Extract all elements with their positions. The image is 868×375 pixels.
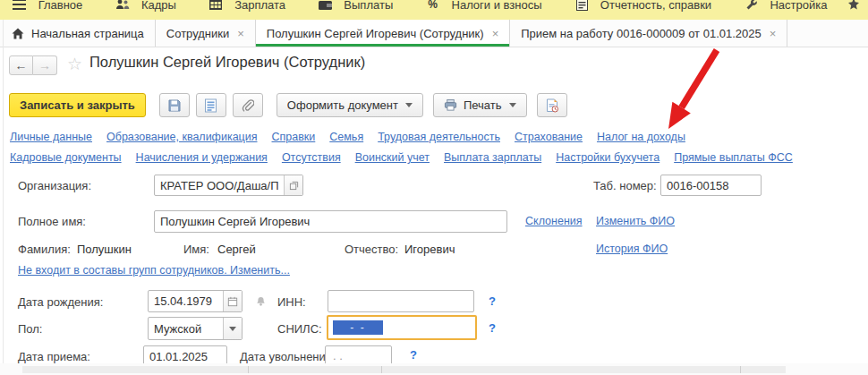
bottom-clipped-panel [0,363,868,375]
tab-hiring-document[interactable]: Прием на работу 0016-000009 от 01.01.202… [510,20,787,47]
tab-number-field[interactable] [660,175,762,196]
link-salary-payment[interactable]: Выплата зарплаты [444,151,541,164]
snils-selected-text: - - [333,320,383,335]
name-label: Имя: [183,243,209,256]
inn-label: ИНН: [277,295,306,309]
tab-label: Начальная страница [31,27,144,40]
menu-item-main[interactable]: Главное [35,0,87,12]
tab-bar: Начальная страница Сотрудники × Полушкин… [0,20,868,47]
star-icon[interactable] [847,0,861,12]
birth-date-field[interactable] [148,290,243,312]
section-links-row-1: Личные данные Образование, квалификация … [10,131,685,143]
link-direct-fss-payments[interactable]: Прямые выплаты ФСС [674,151,793,164]
link-certificates[interactable]: Справки [272,131,316,143]
chevron-down-icon [405,103,413,107]
link-accounting-settings[interactable]: Настройки бухучета [556,151,660,164]
menu-item-salary[interactable]: Зарплата [231,0,289,12]
full-name-label: Полное имя: [18,215,86,228]
calendar-icon[interactable] [223,291,242,311]
link-personal-data[interactable]: Личные данные [10,131,92,143]
tab-employee-card[interactable]: Полушкин Сергей Игоревич (Сотрудник) × [256,20,510,47]
menu-item-payments[interactable]: Выплаты [340,0,396,12]
employee-card-window: Главное Кадры Зарплата Выплаты % Налоги … [0,0,868,375]
full-name-input[interactable] [155,211,506,232]
toolbar: Записать и закрыть Оформить документ [9,93,567,117]
link-insurance[interactable]: Страхование [515,131,583,143]
link-military-record[interactable]: Воинский учет [355,151,430,164]
reread-button[interactable] [196,93,226,117]
close-icon[interactable]: × [237,27,244,40]
floppy-icon [167,98,182,113]
menu-item-reports[interactable]: Отчетность, справки [597,0,715,12]
snils-field[interactable]: - - [327,315,477,340]
table-icon [209,0,224,12]
link-work-activity[interactable]: Трудовая деятельность [378,131,500,143]
tab-employees[interactable]: Сотрудники × [156,20,256,47]
print-button[interactable]: Печать [433,93,527,117]
close-icon[interactable]: × [492,27,499,40]
gender-input[interactable] [149,318,223,339]
window-left-edge [3,20,4,363]
red-annotation-arrow [658,47,728,136]
tab-label: Полушкин Сергей Игоревич (Сотрудник) [267,27,484,40]
gender-select[interactable] [148,317,243,340]
snils-label: СНИЛС: [277,322,322,336]
link-absences[interactable]: Отсутствия [282,151,341,164]
change-history-button[interactable] [537,93,567,117]
patronymic-label: Отчество: [345,243,398,256]
save-and-close-button[interactable]: Записать и закрыть [9,93,146,117]
home-icon [11,26,25,40]
declension-link[interactable]: Склонения [525,215,583,227]
employee-groups-link[interactable]: Не входит в составы групп сотрудников. И… [18,264,290,277]
name-value: Сергей [217,243,256,256]
link-family[interactable]: Семья [329,131,363,143]
link-education[interactable]: Образование, квалификация [106,131,258,143]
inn-help-icon[interactable]: ? [489,294,496,308]
menu-item-taxes[interactable]: Налоги и взносы [448,0,546,12]
forward-button[interactable]: → [33,55,57,75]
inn-input[interactable] [328,291,473,311]
wrench-icon [745,0,759,12]
open-icon[interactable] [284,175,302,195]
chevron-down-icon[interactable] [223,318,242,339]
link-accruals-deductions[interactable]: Начисления и удержания [136,151,268,164]
tab-label: Прием на работу 0016-000009 от 01.01.202… [521,27,762,40]
inn-field[interactable] [328,290,474,312]
birth-date-input[interactable] [149,291,223,311]
page-title: Полушкин Сергей Игоревич (Сотрудник) [89,54,365,71]
dismissal-date-label: Дата увольнения: [240,350,335,363]
favorite-star-icon[interactable]: ☆ [67,54,82,74]
fio-history-link[interactable]: История ФИО [596,243,668,255]
hamburger-icon[interactable] [13,0,27,12]
change-fio-link[interactable]: Изменить ФИО [596,215,675,227]
close-icon[interactable]: × [770,27,777,40]
back-button[interactable]: ← [9,55,33,75]
birth-date-label: Дата рождения: [18,295,103,309]
report-icon [574,0,589,12]
bell-icon[interactable] [253,294,268,309]
link-income-tax[interactable]: Налог на доходы [597,131,685,143]
hire-date-label: Дата приема: [18,350,90,363]
create-document-button[interactable]: Оформить документ [277,93,423,117]
surname-value: Полушкин [77,243,132,256]
people-icon [115,0,130,12]
percent-icon: % [426,0,440,12]
organization-field[interactable] [154,175,303,196]
attachments-button[interactable] [233,93,263,117]
paperclip-icon [241,98,255,113]
tab-home[interactable]: Начальная страница [0,20,156,47]
patronymic-value: Игоревич [404,243,455,256]
organization-label: Организация: [18,179,91,192]
list-icon [204,98,218,113]
snils-help-icon[interactable]: ? [489,321,496,335]
full-name-field[interactable] [154,210,507,233]
link-hr-documents[interactable]: Кадровые документы [10,151,122,164]
dismissal-help-icon[interactable]: ? [410,348,417,362]
organization-input[interactable] [155,175,284,195]
tab-number-input[interactable] [661,175,761,195]
menu-item-staff[interactable]: Кадры [138,0,180,12]
tab-number-label: Таб. номер: [593,179,657,192]
save-button[interactable] [159,93,190,117]
document-clock-icon [545,98,559,113]
menu-item-settings[interactable]: Настройка [766,0,830,12]
